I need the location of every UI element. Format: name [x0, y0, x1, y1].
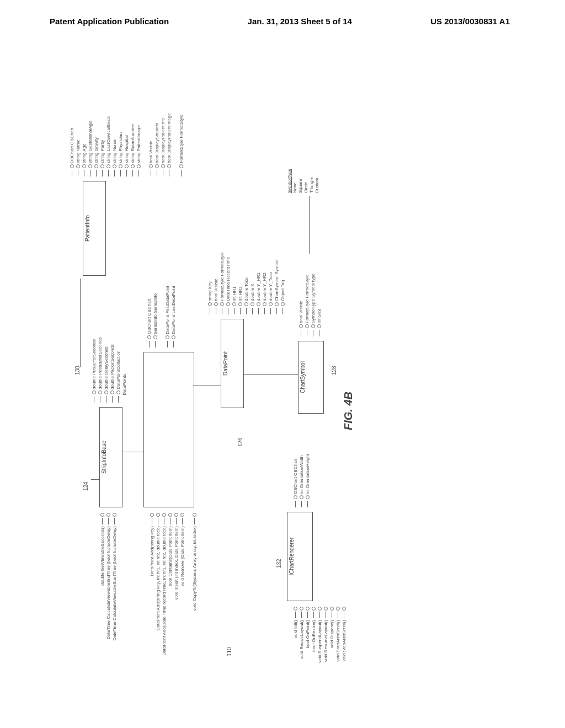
ref-128: 128 [331, 366, 337, 375]
datapointcoll-methods: DataPoint Add(string key) DataPoint Add(… [149, 513, 198, 655]
class-title: IChartRenderer [287, 512, 296, 601]
patientinfo-props: OBChart OBChart string Name string Age s… [69, 113, 184, 176]
class-title: DataPoint [221, 319, 230, 408]
stripinfobase-methods: double GetViewableSeconds() DateTime Cal… [99, 513, 118, 641]
enum-symboltype: SymbolType None Square Circle Triangle C… [287, 169, 320, 193]
class-title: StripInfoBase [100, 408, 108, 507]
ref-130: 130 [74, 366, 81, 375]
class-datapointcoll [143, 352, 194, 507]
ref-126: 126 [237, 437, 243, 447]
class-patientinfo: PatientInfo [83, 181, 106, 276]
class-ichartrenderer: IChartRenderer [287, 512, 313, 601]
class-title: PatientInfo [83, 181, 92, 275]
datapoint-props: string Key bool Visible FormatStyle Form… [207, 253, 286, 314]
ref-110: 110 [226, 647, 232, 656]
ref-132: 132 [276, 559, 282, 568]
chartsymbol-props: bool Visible FormatStyle FormatStyle Sym… [298, 274, 322, 336]
ref-124: 124 [83, 481, 89, 491]
class-datapoint: DataPoint [221, 319, 244, 408]
class-stripinfobase: StripInfoBase [99, 407, 122, 507]
class-title: ChartSymbol [299, 341, 307, 413]
ichartrenderer-methods: void Init() void RecalcLayout() bool OnP… [292, 607, 347, 663]
datapointcoll-subprops: OBChart OBChart SeriesInfo SeriesInfo Da… [146, 286, 177, 347]
figure-label: FIG. 4B [342, 392, 355, 430]
page-header: Patent Application Publication Jan. 31, … [0, 0, 565, 31]
header-right: US 2013/0030831 A1 [430, 17, 510, 26]
header-left: Patent Application Publication [50, 17, 169, 26]
header-center: Jan. 31, 2013 Sheet 5 of 14 [248, 17, 352, 26]
ichartrenderer-props: OBChart OBChart int OrientationWidth int… [292, 454, 311, 507]
class-chartsymbol: ChartSymbol [298, 341, 324, 414]
stripinfobase-props: double PreBufferSeconds double PostBuffe… [91, 337, 127, 403]
uml-diagram: StripInfoBase 124 double PreBufferSecond… [50, 77, 502, 673]
